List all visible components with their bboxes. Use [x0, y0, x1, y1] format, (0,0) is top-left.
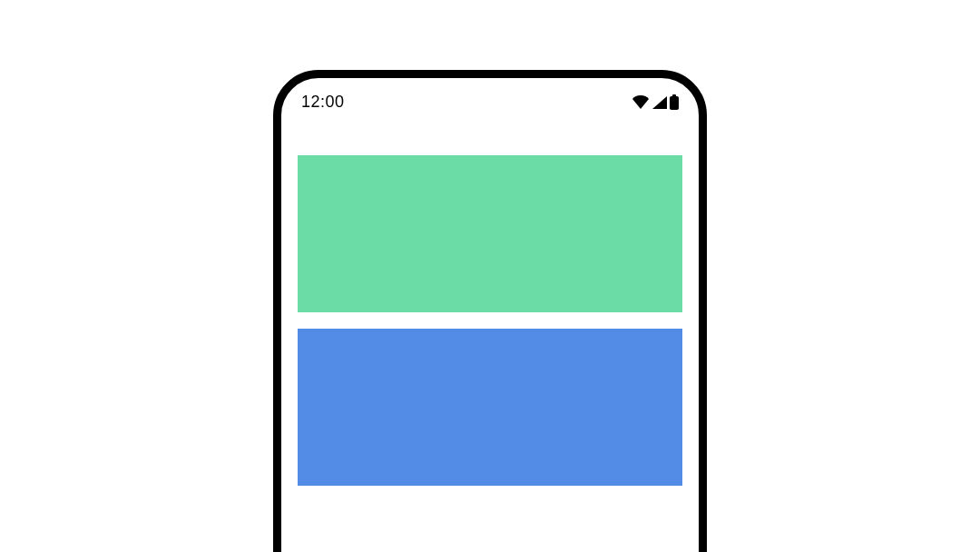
- signal-icon: [652, 95, 668, 110]
- blue-block: [298, 329, 682, 486]
- status-icons: [632, 94, 679, 110]
- battery-icon: [670, 94, 679, 110]
- phone-frame: 12:00: [273, 70, 707, 552]
- svg-rect-1: [672, 94, 676, 97]
- status-time: 12:00: [301, 93, 345, 112]
- status-bar: 12:00: [281, 78, 699, 114]
- green-block: [298, 155, 682, 312]
- content-area: [281, 114, 699, 486]
- svg-rect-0: [670, 96, 679, 110]
- wifi-icon: [632, 95, 650, 110]
